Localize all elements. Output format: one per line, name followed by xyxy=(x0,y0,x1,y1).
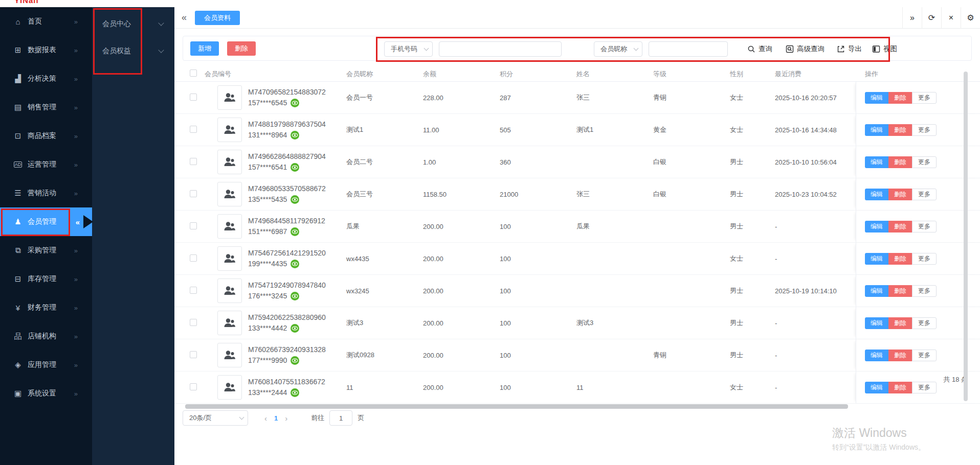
member-points: 100 xyxy=(500,255,576,263)
sidebar-item-icon: ☰ xyxy=(13,189,23,198)
advanced-query-button[interactable]: 高级查询 xyxy=(786,44,825,54)
row-checkbox[interactable] xyxy=(190,383,197,390)
sidebar-item[interactable]: ⧉ 采购管理 » xyxy=(0,236,92,265)
more-button[interactable]: 更多 xyxy=(912,156,937,168)
more-button[interactable]: 更多 xyxy=(912,350,937,361)
row-checkbox[interactable] xyxy=(190,319,197,326)
export-button[interactable]: 导出 xyxy=(837,44,862,54)
tab-member-profile[interactable]: 会员资料 xyxy=(195,11,240,25)
row-checkbox[interactable] xyxy=(190,190,197,197)
row-checkbox[interactable] xyxy=(190,254,197,262)
edit-button[interactable]: 编辑 xyxy=(865,382,888,393)
tabs-collapse-icon[interactable]: « xyxy=(182,12,187,23)
gear-icon[interactable]: ⚙ xyxy=(961,7,980,29)
sidebar-item[interactable]: ◈ 应用管理 » xyxy=(0,351,92,379)
eye-visibility-badge[interactable] xyxy=(291,195,299,204)
nickname-search-input[interactable] xyxy=(649,41,728,57)
member-phone: 133****2444 xyxy=(248,387,287,398)
delete-button[interactable]: 删除 xyxy=(227,41,256,56)
select-all-checkbox[interactable] xyxy=(190,69,197,77)
eye-visibility-badge[interactable] xyxy=(291,99,299,107)
sidebar-item[interactable]: AD 运营管理 » xyxy=(0,150,92,179)
current-page[interactable]: 1 xyxy=(274,414,278,422)
eye-visibility-badge[interactable] xyxy=(291,260,299,268)
more-button[interactable]: 更多 xyxy=(912,317,937,329)
row-checkbox[interactable] xyxy=(190,126,197,133)
add-button[interactable]: 新增 xyxy=(190,41,219,56)
more-button[interactable]: 更多 xyxy=(912,253,937,265)
close-icon[interactable]: × xyxy=(941,7,961,29)
edit-button[interactable]: 编辑 xyxy=(865,253,888,265)
page-size-select[interactable]: 20条/页 xyxy=(183,410,248,426)
eye-visibility-badge[interactable] xyxy=(291,324,299,333)
row-delete-button[interactable]: 删除 xyxy=(888,350,912,361)
horizontal-scrollbar[interactable] xyxy=(185,404,848,409)
row-delete-button[interactable]: 删除 xyxy=(888,156,912,168)
row-delete-button[interactable]: 删除 xyxy=(888,253,912,265)
eye-visibility-badge[interactable] xyxy=(291,292,299,300)
edit-button[interactable]: 编辑 xyxy=(865,285,888,297)
edit-button[interactable]: 编辑 xyxy=(865,189,888,200)
edit-button[interactable]: 编辑 xyxy=(865,124,888,136)
vertical-scrollbar[interactable] xyxy=(964,72,968,401)
edit-button[interactable]: 编辑 xyxy=(865,317,888,329)
eye-visibility-badge[interactable] xyxy=(291,131,299,140)
row-delete-button[interactable]: 删除 xyxy=(888,189,912,200)
eye-visibility-badge[interactable] xyxy=(291,356,299,365)
sidebar-item[interactable]: 品 店铺机构 » xyxy=(0,322,92,351)
row-checkbox[interactable] xyxy=(190,222,197,229)
row-delete-button[interactable]: 删除 xyxy=(888,92,912,104)
row-delete-button[interactable]: 删除 xyxy=(888,317,912,329)
sidebar-item[interactable]: ⊡ 商品档案 » xyxy=(0,122,92,150)
person-group-icon xyxy=(223,123,236,136)
sidebar-item[interactable]: ¥ 财务管理 » xyxy=(0,293,92,322)
search-field-select-nickname[interactable]: 会员昵称 xyxy=(594,41,642,57)
row-checkbox[interactable] xyxy=(190,287,197,294)
search-field-select-phone[interactable]: 手机号码 xyxy=(384,41,433,57)
next-page-icon[interactable]: › xyxy=(285,414,287,423)
phone-search-input[interactable] xyxy=(439,41,562,57)
sidebar-item[interactable]: ⊞ 数据报表 » xyxy=(0,36,92,64)
sidebar-item[interactable]: ▟ 分析决策 » xyxy=(0,64,92,93)
member-points: 21000 xyxy=(500,191,576,198)
eye-visibility-badge[interactable] xyxy=(291,227,299,236)
edit-button[interactable]: 编辑 xyxy=(865,350,888,361)
sidebar-item[interactable]: ♟ 会员管理 » « xyxy=(0,207,92,236)
sidebar-item[interactable]: ▣ 系统设置 » xyxy=(0,379,92,408)
row-delete-button[interactable]: 删除 xyxy=(888,124,912,136)
refresh-icon[interactable]: ⟳ xyxy=(922,7,941,29)
goto-page-input[interactable] xyxy=(329,410,352,426)
row-checkbox[interactable] xyxy=(190,158,197,165)
row-checkbox[interactable] xyxy=(190,351,197,358)
more-button[interactable]: 更多 xyxy=(912,189,937,200)
avatar xyxy=(217,214,242,239)
more-button[interactable]: 更多 xyxy=(912,221,937,232)
more-button[interactable]: 更多 xyxy=(912,124,937,136)
more-button[interactable]: 更多 xyxy=(912,285,937,297)
row-delete-button[interactable]: 删除 xyxy=(888,285,912,297)
row-delete-button[interactable]: 删除 xyxy=(888,382,912,393)
prev-page-icon[interactable]: ‹ xyxy=(264,414,267,423)
row-checkbox[interactable] xyxy=(190,94,197,101)
edit-button[interactable]: 编辑 xyxy=(865,156,888,168)
sidebar-item[interactable]: ⊟ 库存管理 » xyxy=(0,265,92,293)
sidebar-item[interactable]: ⌂ 首页 » xyxy=(0,7,92,36)
member-phone: 131****8964 xyxy=(248,130,287,141)
query-button[interactable]: 查询 xyxy=(747,44,772,54)
submenu-item[interactable]: 会员权益 xyxy=(92,38,174,64)
submenu-item[interactable]: 会员中心 xyxy=(92,11,174,37)
expand-icon[interactable]: » xyxy=(902,7,922,29)
sidebar-item[interactable]: ▤ 销售管理 » xyxy=(0,93,92,122)
chevron-right-icon: » xyxy=(74,75,78,83)
view-button[interactable]: 视图 xyxy=(872,44,897,54)
more-button[interactable]: 更多 xyxy=(912,92,937,104)
row-delete-button[interactable]: 删除 xyxy=(888,221,912,232)
sidebar-item[interactable]: ☰ 营销活动 » xyxy=(0,179,92,207)
more-button[interactable]: 更多 xyxy=(912,382,937,393)
edit-button[interactable]: 编辑 xyxy=(865,92,888,104)
eye-visibility-badge[interactable] xyxy=(291,388,299,397)
chevron-right-icon: » xyxy=(74,161,78,169)
eye-visibility-badge[interactable] xyxy=(291,163,299,172)
edit-button[interactable]: 编辑 xyxy=(865,221,888,232)
member-nickname: 会员三号 xyxy=(346,190,423,199)
